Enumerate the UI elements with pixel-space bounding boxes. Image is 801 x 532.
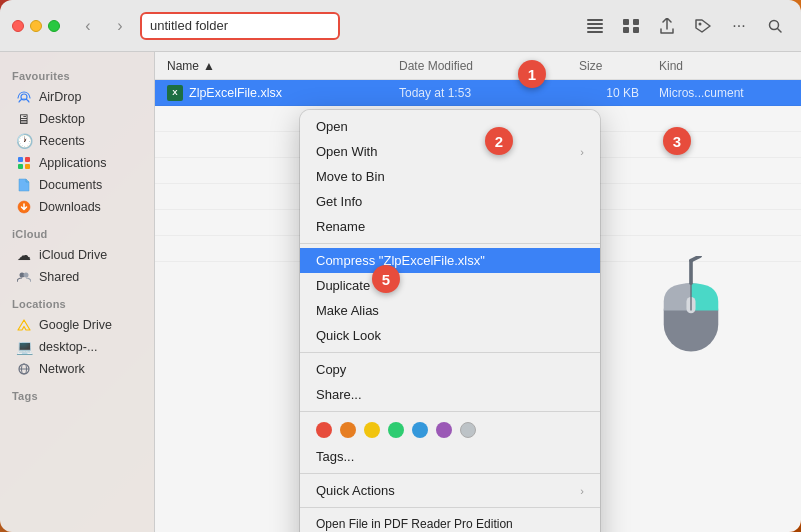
zoom-button[interactable] [48,20,60,32]
svg-point-17 [24,273,29,278]
sidebar-desktop-local-label: desktop-... [39,340,97,354]
color-tag-yellow[interactable] [364,422,380,438]
ctx-open-with[interactable]: Open With › [300,139,600,164]
sidebar-section-icloud: iCloud [0,218,154,244]
toolbar-right: ··· [581,12,789,40]
recents-icon: 🕐 [16,133,32,149]
sidebar-item-airdrop[interactable]: AirDrop [4,86,150,108]
sidebar-section-tags: Tags [0,380,154,406]
sidebar-item-desktop-local[interactable]: 💻 desktop-... [4,336,150,358]
svg-line-10 [778,28,782,32]
sidebar-item-applications[interactable]: Applications [4,152,150,174]
sidebar-item-documents[interactable]: Documents [4,174,150,196]
color-tag-purple[interactable] [436,422,452,438]
shared-icon [16,269,32,285]
file-row-xlsx[interactable]: X ZlpExcelFile.xlsx Today at 1:53 10 KB … [155,80,801,106]
network-icon [16,361,32,377]
sidebar-google-drive-label: Google Drive [39,318,112,332]
downloads-icon [16,199,32,215]
sidebar-documents-label: Documents [39,178,102,192]
ctx-compress[interactable]: Compress "ZlpExcelFile.xlsx" [300,248,600,273]
ctx-quick-actions[interactable]: Quick Actions › [300,478,600,503]
color-tag-blue[interactable] [412,422,428,438]
ctx-share[interactable]: Share... [300,382,600,407]
traffic-lights [12,20,60,32]
desktop-icon: 🖥 [16,111,32,127]
ctx-tags[interactable]: Tags... [300,444,600,469]
svg-rect-2 [587,27,603,29]
svg-rect-0 [587,19,603,21]
ctx-quick-look[interactable]: Quick Look [300,323,600,348]
sidebar-section-favourites: Favourites [0,60,154,86]
ctx-open[interactable]: Open [300,114,600,139]
svg-rect-4 [623,19,629,25]
ctx-arrow-quick-actions: › [580,485,584,497]
sidebar-item-network[interactable]: Network [4,358,150,380]
color-tag-red[interactable] [316,422,332,438]
file-kind: Micros...cument [659,86,789,100]
documents-icon [16,177,32,193]
path-bar[interactable]: untitled folder [140,12,340,40]
forward-button[interactable]: › [108,14,132,38]
svg-rect-13 [18,164,23,169]
sidebar-downloads-label: Downloads [39,200,101,214]
sidebar: Favourites AirDrop 🖥 Desktop 🕐 Recents [0,52,155,532]
ctx-rename[interactable]: Rename [300,214,600,239]
minimize-button[interactable] [30,20,42,32]
sidebar-item-shared[interactable]: Shared [4,266,150,288]
sidebar-item-desktop[interactable]: 🖥 Desktop [4,108,150,130]
color-tag-green[interactable] [388,422,404,438]
svg-rect-1 [587,23,603,25]
titlebar: ‹ › untitled folder [0,0,801,52]
sidebar-icloud-label: iCloud Drive [39,248,107,262]
ctx-sep-3 [300,411,600,412]
color-tag-gray[interactable] [460,422,476,438]
ctx-arrow-open-with: › [580,146,584,158]
search-button[interactable] [761,12,789,40]
ctx-sep-2 [300,352,600,353]
svg-rect-6 [623,27,629,33]
back-button[interactable]: ‹ [76,14,100,38]
col-date-header: Date Modified [399,59,579,73]
column-headers: Name ▲ Date Modified Size Kind [155,52,801,80]
applications-icon [16,155,32,171]
file-icon-name: X ZlpExcelFile.xlsx [167,85,399,101]
col-size-header: Size [579,59,659,73]
badge-3: 3 [663,127,691,155]
ctx-duplicate[interactable]: Duplicate [300,273,600,298]
sidebar-item-downloads[interactable]: Downloads [4,196,150,218]
col-kind-header: Kind [659,59,789,73]
svg-point-8 [699,22,702,25]
badge-2: 2 [485,127,513,155]
file-date: Today at 1:53 [399,86,579,100]
file-size: 10 KB [579,86,659,100]
airdrop-icon [16,89,32,105]
close-button[interactable] [12,20,24,32]
ctx-get-info[interactable]: Get Info [300,189,600,214]
sidebar-network-label: Network [39,362,85,376]
context-menu: Open Open With › Move to Bin Get Info Re… [300,110,600,532]
ctx-copy[interactable]: Copy [300,357,600,382]
sidebar-item-recents[interactable]: 🕐 Recents [4,130,150,152]
sidebar-item-google-drive[interactable]: Google Drive [4,314,150,336]
sidebar-applications-label: Applications [39,156,106,170]
tag-button[interactable] [689,12,717,40]
sidebar-recents-label: Recents [39,134,85,148]
badge-5: 5 [372,265,400,293]
ctx-open-pdf[interactable]: Open File in PDF Reader Pro Edition [300,512,600,532]
grid-view-button[interactable] [617,12,645,40]
ctx-sep-4 [300,473,600,474]
ctx-color-tags [300,416,600,444]
finder-window: ‹ › untitled folder [0,0,801,532]
col-name-header: Name ▲ [167,59,399,73]
list-view-button[interactable] [581,12,609,40]
desktop-local-icon: 💻 [16,339,32,355]
color-tag-orange[interactable] [340,422,356,438]
ctx-make-alias[interactable]: Make Alias [300,298,600,323]
more-button[interactable]: ··· [725,12,753,40]
sidebar-item-icloud-drive[interactable]: ☁ iCloud Drive [4,244,150,266]
share-button[interactable] [653,12,681,40]
file-name: ZlpExcelFile.xlsx [189,86,282,100]
sidebar-desktop-label: Desktop [39,112,85,126]
ctx-move-to-bin[interactable]: Move to Bin [300,164,600,189]
